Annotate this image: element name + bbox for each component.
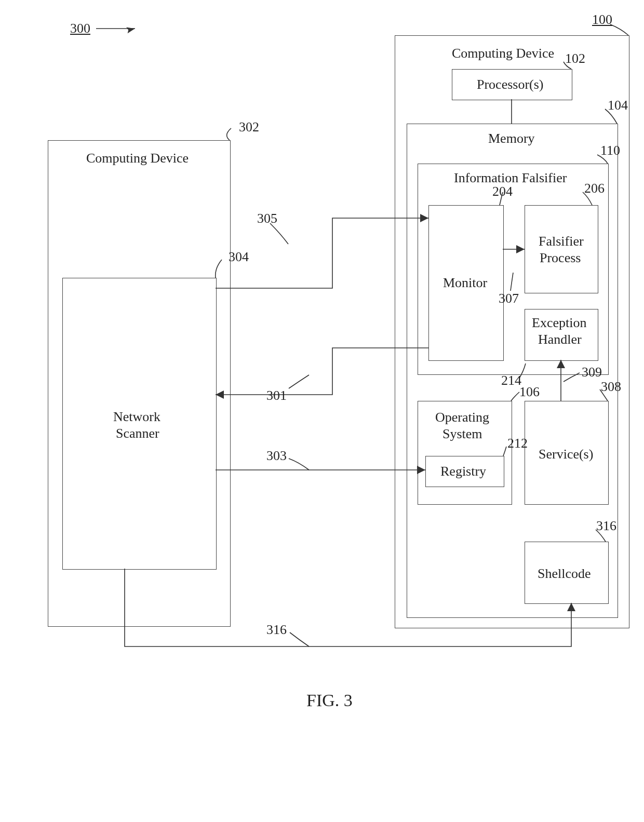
ref-316a: 316 [266, 622, 287, 638]
diagram-stage: Computing Device Processor(s) Memory Inf… [0, 0, 644, 822]
ref-206: 206 [584, 181, 605, 196]
ref-304: 304 [229, 249, 249, 265]
ref-305: 305 [257, 211, 277, 226]
ref-303: 303 [266, 448, 287, 464]
ref-212: 212 [507, 436, 528, 451]
ref-309: 309 [582, 365, 602, 380]
ref-104: 104 [608, 98, 628, 113]
ref-106: 106 [519, 384, 540, 400]
ref-300: 300 [70, 21, 90, 36]
ref-204: 204 [492, 184, 513, 199]
figure-label: FIG. 3 [306, 691, 353, 710]
ref-110: 110 [600, 143, 620, 158]
ref-302: 302 [239, 119, 259, 135]
ref-316b: 316 [596, 518, 616, 534]
ref-301: 301 [266, 388, 287, 403]
ref-214: 214 [501, 373, 521, 388]
ref-102: 102 [565, 51, 585, 66]
ref-308: 308 [601, 379, 621, 395]
ref-307: 307 [499, 291, 519, 306]
ref-100: 100 [592, 12, 612, 28]
